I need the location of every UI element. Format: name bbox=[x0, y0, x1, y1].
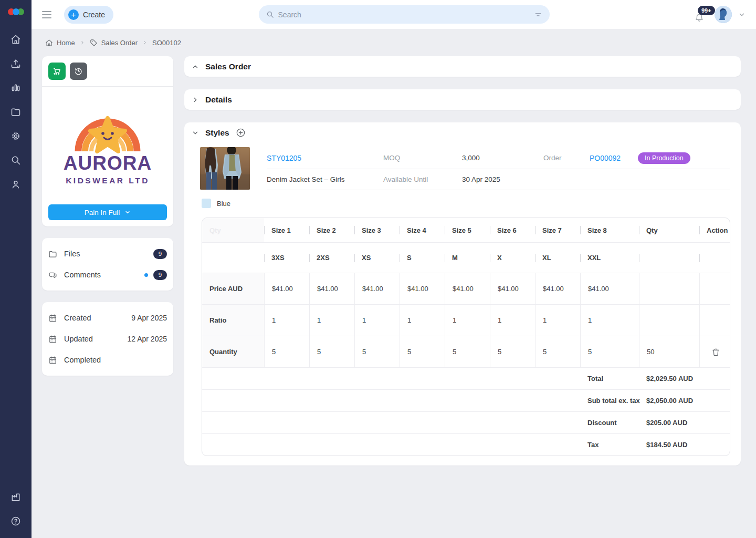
quantity-cell[interactable]: 5 bbox=[400, 336, 445, 367]
subtotal-label: Sub total ex. tax bbox=[580, 389, 639, 411]
search-icon[interactable] bbox=[10, 155, 21, 165]
breadcrumb-home[interactable]: Home bbox=[45, 39, 75, 47]
ratio-cell[interactable]: 1 bbox=[354, 304, 400, 336]
brand-subtitle: KIDSWEAR LTD bbox=[66, 176, 150, 185]
tag-icon bbox=[90, 39, 98, 47]
app-root: + Create 99+ bbox=[0, 0, 756, 538]
delete-row-button[interactable] bbox=[699, 336, 730, 367]
quantity-cell[interactable]: 5 bbox=[490, 336, 535, 367]
notifications-button[interactable]: 99+ bbox=[695, 7, 708, 23]
search-bar[interactable] bbox=[259, 5, 550, 24]
breadcrumb-home-label: Home bbox=[57, 39, 75, 47]
factory-icon[interactable] bbox=[10, 492, 21, 502]
history-icon bbox=[74, 67, 83, 76]
rail-nav bbox=[10, 34, 21, 190]
ratio-cell[interactable]: 1 bbox=[264, 304, 309, 336]
topbar: + Create 99+ bbox=[32, 0, 756, 29]
size-name: 3XS bbox=[264, 242, 309, 273]
style-thumbnail[interactable] bbox=[200, 147, 250, 190]
tax-value: $184.50 AUD bbox=[639, 433, 699, 456]
price-cell[interactable]: $41.00 bbox=[264, 273, 309, 304]
settings-icon[interactable] bbox=[10, 131, 21, 141]
col-header: Size 1 bbox=[264, 218, 309, 242]
home-icon bbox=[45, 39, 53, 47]
chevron-down-icon bbox=[124, 209, 131, 215]
styles-header[interactable]: Styles bbox=[184, 122, 741, 143]
sales-order-panel: Sales Order bbox=[184, 56, 741, 77]
ratio-cell[interactable]: 1 bbox=[535, 304, 580, 336]
bar-chart-icon[interactable] bbox=[10, 82, 21, 93]
ratio-cell[interactable]: 1 bbox=[580, 304, 639, 336]
col-header: Size 8 bbox=[580, 218, 639, 242]
contacts-icon[interactable] bbox=[10, 179, 21, 190]
price-cell[interactable]: $41.00 bbox=[354, 273, 400, 304]
tax-label: Tax bbox=[580, 433, 639, 456]
chevron-down-icon[interactable] bbox=[738, 11, 746, 18]
calendar-icon bbox=[48, 335, 57, 344]
quantity-cell[interactable]: 5 bbox=[264, 336, 309, 367]
chevron-up-icon bbox=[192, 63, 199, 70]
plus-icon: + bbox=[68, 9, 79, 20]
main-column: Sales Order Details Styles bbox=[184, 56, 741, 465]
add-style-button[interactable] bbox=[236, 128, 246, 138]
history-button[interactable] bbox=[70, 63, 87, 80]
ratio-cell[interactable]: 1 bbox=[445, 304, 490, 336]
order-label: Order bbox=[543, 154, 590, 162]
filter-icon[interactable] bbox=[534, 11, 542, 19]
price-cell[interactable]: $41.00 bbox=[580, 273, 639, 304]
quantity-cell[interactable]: 5 bbox=[580, 336, 639, 367]
ratio-cell[interactable]: 1 bbox=[309, 304, 354, 336]
breadcrumb-sales-order[interactable]: Sales Order bbox=[90, 39, 138, 47]
price-cell[interactable]: $41.00 bbox=[490, 273, 535, 304]
quantity-cell[interactable]: 5 bbox=[354, 336, 400, 367]
upload-icon[interactable] bbox=[10, 58, 21, 69]
files-count-badge: 9 bbox=[153, 249, 167, 259]
updated-value: 12 Apr 2025 bbox=[127, 335, 167, 343]
help-icon[interactable] bbox=[10, 516, 21, 526]
trash-icon bbox=[711, 347, 720, 357]
size-name: 2XS bbox=[309, 242, 354, 273]
col-header: Size 5 bbox=[445, 218, 490, 242]
style-code-link[interactable]: STY01205 bbox=[267, 154, 383, 162]
price-cell[interactable]: $41.00 bbox=[445, 273, 490, 304]
folder-icon[interactable] bbox=[10, 107, 21, 117]
empty-cell bbox=[699, 304, 730, 336]
ratio-cell[interactable]: 1 bbox=[490, 304, 535, 336]
unread-dot bbox=[144, 273, 148, 277]
created-value: 9 Apr 2025 bbox=[131, 314, 167, 322]
updated-row: Updated 12 Apr 2025 bbox=[48, 328, 167, 349]
price-cell[interactable]: $41.00 bbox=[309, 273, 354, 304]
order-number-link[interactable]: PO00092 bbox=[590, 154, 638, 162]
col-header: Size 3 bbox=[354, 218, 400, 242]
ratio-cell[interactable]: 1 bbox=[400, 304, 445, 336]
price-cell[interactable]: $41.00 bbox=[535, 273, 580, 304]
user-avatar[interactable] bbox=[715, 6, 732, 23]
cart-button[interactable] bbox=[48, 63, 66, 80]
style-row-primary: STY01205 MOQ 3,000 Order PO00092 In Prod… bbox=[267, 147, 730, 169]
files-row[interactable]: Files 9 bbox=[48, 243, 167, 264]
sales-order-header[interactable]: Sales Order bbox=[184, 56, 741, 77]
create-button[interactable]: + Create bbox=[64, 6, 113, 24]
calendar-icon bbox=[48, 356, 57, 365]
app-logo bbox=[8, 8, 24, 15]
subtotal-value: $2,050.00 AUD bbox=[639, 389, 699, 411]
quantity-cell[interactable]: 5 bbox=[445, 336, 490, 367]
payment-status-button[interactable]: Pain In Full bbox=[48, 204, 167, 220]
color-swatch[interactable] bbox=[202, 199, 211, 208]
action-header: Action bbox=[699, 218, 730, 242]
styles-title: Styles bbox=[205, 128, 229, 138]
home-icon[interactable] bbox=[10, 34, 21, 45]
quantity-cell[interactable]: 5 bbox=[535, 336, 580, 367]
quantity-cell[interactable]: 5 bbox=[309, 336, 354, 367]
price-qty-cell bbox=[639, 273, 699, 304]
create-button-label: Create bbox=[83, 11, 105, 19]
updated-label: Updated bbox=[64, 335, 127, 343]
color-row: Blue bbox=[202, 199, 730, 208]
size-name: XS bbox=[354, 242, 400, 273]
details-header[interactable]: Details bbox=[184, 89, 741, 110]
comments-row[interactable]: Comments 9 bbox=[48, 264, 167, 285]
search-input[interactable] bbox=[278, 11, 530, 19]
available-until-value: 30 Apr 2025 bbox=[462, 175, 543, 183]
menu-icon[interactable] bbox=[42, 11, 51, 18]
price-cell[interactable]: $41.00 bbox=[400, 273, 445, 304]
